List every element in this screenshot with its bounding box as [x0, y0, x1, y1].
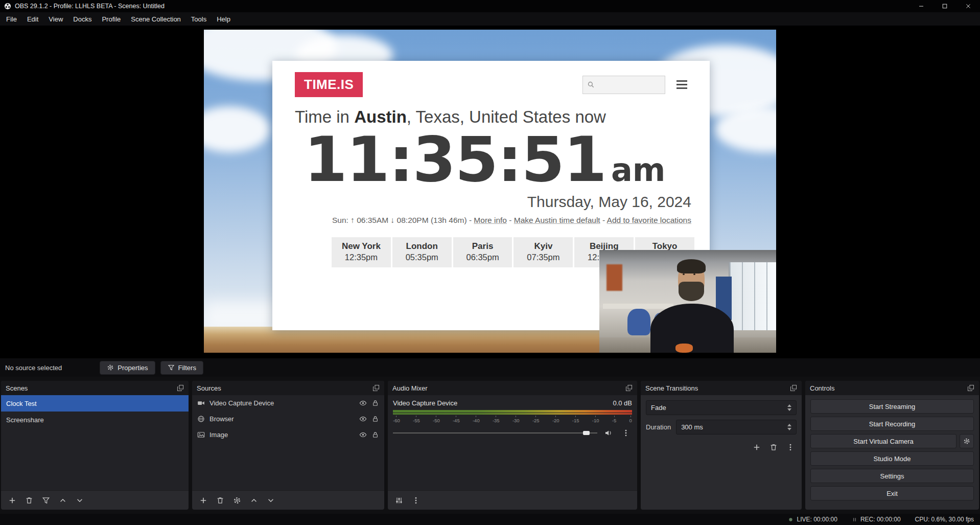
start-virtual-camera-button[interactable]: Start Virtual Camera: [810, 434, 956, 448]
db-tick: -10: [592, 416, 599, 423]
start-streaming-button[interactable]: Start Streaming: [810, 399, 974, 414]
source-properties-button[interactable]: [231, 494, 243, 507]
scene-list: Clock Test Screenshare: [1, 395, 189, 490]
sun-times: Sun: ↑ 06:35AM ↓ 08:20PM (13h 46m): [332, 216, 467, 224]
scenes-panel-header: Scenes: [1, 381, 189, 395]
menu-view[interactable]: View: [43, 13, 68, 25]
remove-scene-button[interactable]: [23, 494, 35, 507]
close-button[interactable]: [956, 0, 980, 12]
visibility-toggle[interactable]: [359, 415, 367, 423]
menubar: File Edit View Docks Profile Scene Colle…: [0, 12, 980, 26]
menu-edit[interactable]: Edit: [22, 13, 43, 25]
studio-mode-button[interactable]: Studio Mode: [810, 451, 974, 466]
remove-transition-button[interactable]: [767, 441, 780, 453]
settings-button[interactable]: Settings: [810, 469, 974, 483]
source-row-video-capture-device[interactable]: Video Capture Device: [192, 395, 384, 411]
transition-select[interactable]: Fade: [646, 400, 797, 415]
remove-source-button[interactable]: [214, 494, 226, 507]
city-box: New York12:35pm: [332, 237, 391, 267]
lock-toggle[interactable]: [371, 431, 379, 439]
person-beard: [679, 282, 704, 301]
source-row-browser[interactable]: Browser: [192, 411, 384, 427]
source-up-button[interactable]: [248, 494, 260, 507]
statusbar: LIVE: 00:00:00 REC: 00:00:00 CPU: 0.6%, …: [0, 514, 980, 525]
db-tick: -25: [532, 416, 540, 423]
mixer-popout-button[interactable]: [625, 384, 633, 392]
lock-toggle[interactable]: [371, 399, 379, 407]
scenes-panel-title: Scenes: [6, 384, 28, 392]
scene-up-button[interactable]: [57, 494, 69, 507]
scenes-toolbar: [1, 490, 189, 510]
virtual-camera-settings-button[interactable]: [960, 434, 974, 448]
menu-file[interactable]: File: [1, 13, 22, 25]
mixer-panel-header: Audio Mixer: [388, 381, 637, 395]
transition-menu-button[interactable]: [784, 441, 797, 453]
source-label: Browser: [209, 415, 234, 423]
advanced-audio-button[interactable]: [393, 494, 405, 507]
db-tick: -45: [453, 416, 460, 423]
start-recording-button[interactable]: Start Recording: [810, 417, 974, 431]
add-source-button[interactable]: [197, 494, 209, 507]
maximize-button[interactable]: [933, 0, 956, 12]
menu-scene-collection[interactable]: Scene Collection: [126, 13, 186, 25]
visibility-toggle[interactable]: [359, 399, 367, 407]
db-tick: -40: [473, 416, 480, 423]
channel-menu-button[interactable]: [620, 427, 632, 439]
add-scene-button[interactable]: [6, 494, 18, 507]
sources-panel: Sources Video Capture Device Browser: [192, 381, 384, 510]
db-tick: -5: [612, 416, 616, 423]
controls-popout-button[interactable]: [967, 384, 974, 392]
record-status-icon: [852, 517, 857, 522]
no-source-label: No source selected: [5, 364, 62, 372]
scene-row-clock-test[interactable]: Clock Test: [1, 395, 189, 412]
menu-help[interactable]: Help: [212, 13, 236, 25]
menu-tools[interactable]: Tools: [186, 13, 212, 25]
person-hair: [677, 259, 705, 273]
db-tick: -20: [552, 416, 559, 423]
mixer-channel-name: Video Capture Device: [393, 399, 457, 407]
make-default-link: Make Austin time default: [514, 216, 600, 224]
db-tick: -15: [572, 416, 579, 423]
menu-docks[interactable]: Docks: [68, 13, 97, 25]
minimize-button[interactable]: [909, 0, 933, 12]
add-transition-button[interactable]: [751, 441, 763, 453]
scene-row-screenshare[interactable]: Screenshare: [1, 412, 189, 428]
mixer-toolbar: [388, 490, 637, 510]
visibility-toggle[interactable]: [359, 431, 367, 439]
clock-time: 11:35:51: [304, 127, 606, 192]
controls-panel-title: Controls: [810, 384, 834, 392]
rec-status: REC: 00:00:00: [852, 516, 901, 523]
exit-button[interactable]: Exit: [810, 486, 974, 500]
menu-profile[interactable]: Profile: [97, 13, 126, 25]
source-list: Video Capture Device Browser Image: [192, 395, 384, 490]
source-label: Video Capture Device: [209, 399, 274, 407]
volume-slider-handle[interactable]: [583, 431, 590, 435]
properties-button[interactable]: Properties: [100, 361, 155, 375]
source-label: Image: [209, 431, 228, 439]
source-row-image[interactable]: Image: [192, 427, 384, 443]
transitions-popout-button[interactable]: [790, 384, 797, 392]
scene-down-button[interactable]: [74, 494, 86, 507]
office-desk: [603, 304, 673, 309]
sources-popout-button[interactable]: [372, 384, 380, 392]
db-tick: -35: [493, 416, 500, 423]
spinner-arrows-icon[interactable]: [787, 424, 791, 430]
source-down-button[interactable]: [265, 494, 277, 507]
preview-canvas[interactable]: TIME.IS Time in Austin, Texas, United St…: [204, 30, 776, 353]
select-arrows-icon: [787, 404, 791, 411]
scene-filters-button[interactable]: [40, 494, 52, 507]
lock-toggle[interactable]: [371, 415, 379, 423]
scenes-popout-button[interactable]: [177, 384, 184, 392]
transition-selected-value: Fade: [651, 404, 666, 412]
city-box: Paris06:35pm: [453, 237, 512, 267]
db-tick: -55: [413, 416, 420, 423]
scenes-panel: Scenes Clock Test Screenshare: [1, 381, 189, 510]
volume-slider[interactable]: [393, 429, 597, 437]
webcam-overlay: [599, 250, 776, 353]
mixer-menu-button[interactable]: [410, 494, 422, 507]
duration-input[interactable]: 300 ms: [676, 420, 797, 435]
gear-icon: [107, 364, 114, 371]
filters-button[interactable]: Filters: [160, 361, 203, 375]
mute-toggle[interactable]: [602, 427, 615, 439]
sources-panel-header: Sources: [192, 381, 384, 395]
